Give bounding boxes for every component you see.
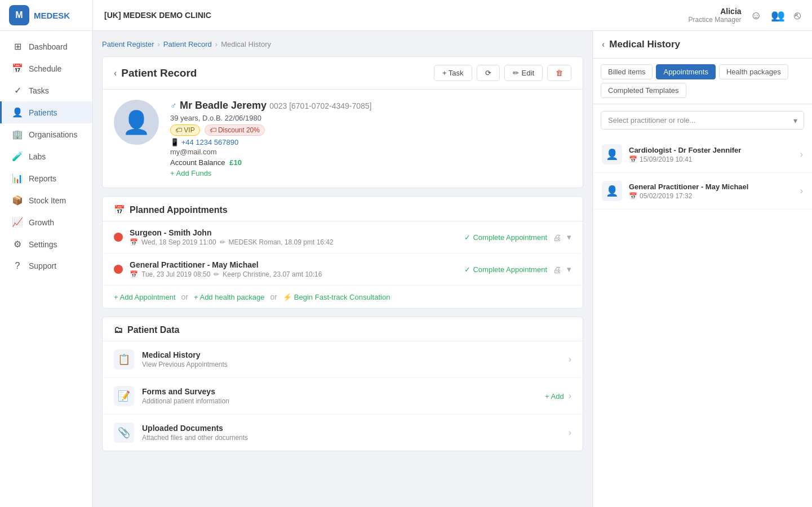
patient-data-info: Uploaded Documents Attached files and ot… — [142, 424, 561, 442]
patient-data-row[interactable]: 📎 Uploaded Documents Attached files and … — [103, 415, 583, 451]
sidebar-item-label: Reports — [29, 174, 56, 183]
sync-button[interactable]: ⟳ — [477, 65, 500, 81]
gender-icon: ♂ — [170, 101, 177, 110]
sidebar-item-reports[interactable]: 📊 Reports — [0, 167, 92, 189]
appointment-meta: 📅 Wed, 18 Sep 2019 11:00 ✏ MEDESK Roman,… — [130, 238, 458, 246]
chevron-right-icon[interactable]: › — [569, 391, 571, 401]
sidebar-item-support[interactable]: ? Support — [0, 255, 92, 277]
people-icon[interactable]: 👥 — [771, 8, 785, 22]
smiley-icon[interactable]: ☺ — [751, 9, 762, 22]
appointment-status-dot — [114, 233, 123, 242]
vip-badge: 🏷 VIP — [170, 124, 200, 136]
practitioner-select[interactable]: Select practitioner or role... — [601, 111, 804, 130]
sidebar-item-settings[interactable]: ⚙ Settings — [0, 233, 92, 255]
sidebar-item-organisations[interactable]: 🏢 Organisations — [0, 123, 92, 145]
planned-appointments-section: 📅 Planned Appointments Surgeon - Smith J… — [102, 196, 583, 309]
appointment-name: Surgeon - Smith John — [130, 228, 458, 237]
appointment-history-date: 📅 15/09/2019 10:41 — [629, 155, 793, 163]
appointment-row: General Practitioner - May Michael 📅 Tue… — [103, 254, 583, 286]
appointment-actions: ✓ Complete Appointment 🖨 ▾ — [464, 232, 571, 242]
sidebar-item-stock[interactable]: 📦 Stock Item — [0, 189, 92, 211]
topbar-right: Alicia Practice Manager ☺ 👥 ⎋ — [689, 7, 801, 24]
tab-appointments[interactable]: Appointments — [656, 64, 716, 79]
complete-appointment-button[interactable]: ✓ Complete Appointment — [464, 233, 547, 242]
sidebar-item-label: Stock Item — [29, 196, 66, 205]
sidebar-item-growth[interactable]: 📈 Growth — [0, 211, 92, 233]
tab-completed-templates[interactable]: Completed Templates — [601, 83, 686, 98]
add-appointment-link[interactable]: + Add Appointment — [114, 293, 176, 301]
delete-button[interactable]: 🗑 — [547, 65, 571, 81]
patient-data-row[interactable]: 📝 Forms and Surveys Additional patient i… — [103, 378, 583, 415]
calendar-icon: 📅 — [130, 270, 138, 278]
add-health-package-link[interactable]: + Add health package — [194, 293, 264, 301]
sidebar-item-label: Labs — [29, 152, 46, 161]
patient-data-info: Medical History View Previous Appointmen… — [142, 350, 561, 368]
appointment-actions: ✓ Complete Appointment 🖨 ▾ — [464, 264, 571, 274]
medical-history-icon: 📋 — [114, 349, 134, 370]
appointment-info: General Practitioner - May Michael 📅 Tue… — [130, 260, 458, 278]
logout-icon[interactable]: ⎋ — [794, 9, 801, 22]
sidebar-item-label: Schedule — [29, 64, 61, 73]
edit-icon: ✏ — [214, 270, 219, 278]
sidebar-item-label: Tasks — [29, 86, 49, 95]
sidebar-item-label: Settings — [29, 240, 57, 249]
growth-icon: 📈 — [12, 217, 23, 228]
settings-icon: ⚙ — [12, 239, 23, 250]
sidebar-item-dashboard[interactable]: ⊞ Dashboard — [0, 35, 92, 57]
patient-data-row[interactable]: 📋 Medical History View Previous Appointm… — [103, 341, 583, 378]
right-panel-header: ‹ Medical History — [593, 31, 812, 59]
main-area: [UK] MEDESK DEMO CLINIC Alicia Practice … — [93, 0, 812, 507]
right-panel-back-icon[interactable]: ‹ — [602, 39, 605, 50]
tasks-icon: ✓ — [12, 85, 23, 96]
appointment-history-icon: 👤 — [602, 181, 622, 201]
tab-billed-items[interactable]: Billed items — [601, 64, 653, 79]
complete-appointment-button[interactable]: ✓ Complete Appointment — [464, 265, 547, 274]
header-actions: + Task ⟳ ✏ Edit 🗑 — [434, 65, 571, 81]
chevron-right-icon[interactable]: › — [569, 428, 571, 438]
add-funds-link[interactable]: + Add Funds — [170, 169, 211, 177]
sidebar-nav: ⊞ Dashboard📅 Schedule✓ Tasks👤 Patients🏢 … — [0, 31, 92, 507]
user-name: Alicia — [689, 7, 742, 16]
patient-badges: 🏷 VIP 🏷 Discount 20% — [170, 124, 571, 136]
appointment-meta: 📅 Tue, 23 Jul 2019 08:50 ✏ Keerp Christi… — [130, 270, 458, 278]
add-form-link[interactable]: + Add — [545, 392, 564, 401]
sidebar-item-patients[interactable]: 👤 Patients — [0, 101, 92, 123]
calendar-icon: 📅 — [629, 192, 637, 200]
appointment-history-date: 📅 05/02/2019 17:32 — [629, 192, 793, 200]
appointment-info: Surgeon - Smith John 📅 Wed, 18 Sep 2019 … — [130, 228, 458, 246]
breadcrumb-patient-register[interactable]: Patient Register — [102, 40, 154, 48]
patient-phone[interactable]: 📱 +44 1234 567890 — [170, 138, 571, 146]
patient-data-info: Forms and Surveys Additional patient inf… — [142, 387, 537, 405]
add-task-button[interactable]: + Task — [434, 65, 472, 81]
appointment-row: Surgeon - Smith John 📅 Wed, 18 Sep 2019 … — [103, 221, 583, 254]
print-icon[interactable]: 🖨 — [553, 233, 561, 242]
patient-record-title: ‹ Patient Record — [114, 67, 197, 79]
chevron-right-icon[interactable]: › — [569, 354, 571, 364]
discount-badge: 🏷 Discount 20% — [205, 124, 265, 136]
patient-record-card: ‹ Patient Record + Task ⟳ ✏ Edit 🗑 👤 — [102, 56, 583, 188]
sidebar-item-schedule[interactable]: 📅 Schedule — [0, 57, 92, 79]
dropdown-icon[interactable]: ▾ — [567, 232, 571, 242]
tab-health-packages[interactable]: Health packages — [719, 64, 788, 79]
user-role: Practice Manager — [689, 16, 742, 24]
breadcrumb-medical-history: Medical History — [221, 40, 271, 48]
print-icon[interactable]: 🖨 — [553, 265, 561, 274]
calendar-icon: 📅 — [629, 155, 637, 163]
appointment-history-item[interactable]: 👤 General Practitioner - May Michael 📅 0… — [593, 173, 812, 210]
dropdown-icon[interactable]: ▾ — [567, 264, 571, 274]
sidebar-item-label: Dashboard — [29, 42, 68, 51]
edit-button[interactable]: ✏ Edit — [504, 65, 543, 81]
appointment-name: General Practitioner - May Michael — [130, 260, 458, 269]
sidebar-item-tasks[interactable]: ✓ Tasks — [0, 79, 92, 101]
begin-fasttrack-link[interactable]: ⚡ Begin Fast-track Consultation — [283, 293, 391, 301]
sidebar-item-labs[interactable]: 🧪 Labs — [0, 145, 92, 167]
edit-icon: ✏ — [220, 238, 225, 246]
back-arrow-icon[interactable]: ‹ — [114, 68, 117, 78]
breadcrumb-patient-record[interactable]: Patient Record — [163, 40, 212, 48]
appointment-history-icon: 👤 — [602, 144, 622, 164]
content: Patient Register › Patient Record › Medi… — [93, 31, 812, 507]
appointment-history-item[interactable]: 👤 Cardiologist - Dr Foster Jennifer 📅 15… — [593, 136, 812, 173]
patient-avatar: 👤 — [114, 100, 159, 145]
topbar: [UK] MEDESK DEMO CLINIC Alicia Practice … — [93, 0, 812, 31]
sidebar-logo: M MEDESK — [0, 0, 92, 31]
